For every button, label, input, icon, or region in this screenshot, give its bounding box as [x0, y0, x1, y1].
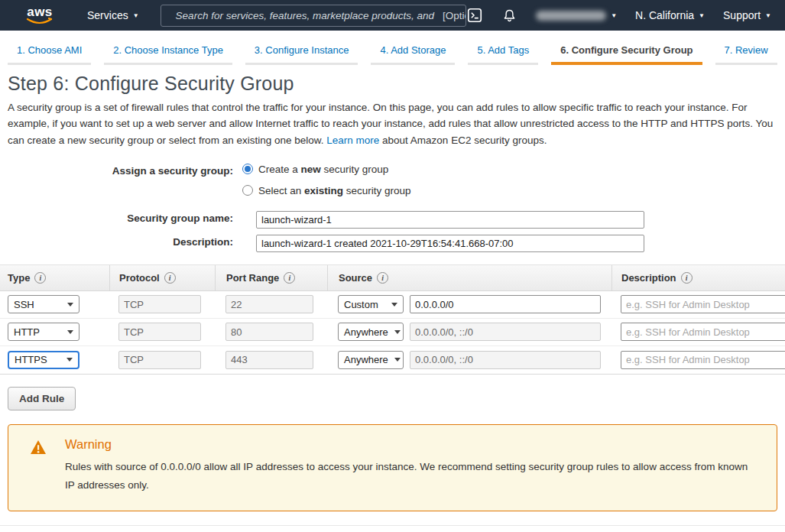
tab-add-storage[interactable]: 4. Add Storage	[371, 41, 455, 65]
security-group-description-input[interactable]	[256, 235, 644, 252]
tab-configure-security-group[interactable]: 6. Configure Security Group	[551, 41, 702, 65]
aws-logo-text: aws	[27, 6, 53, 18]
type-select[interactable]: HTTPS	[8, 351, 79, 369]
table-row: HTTPS Anywhere	[0, 346, 785, 374]
port-range-input	[225, 351, 313, 369]
support-label: Support	[723, 9, 761, 21]
services-label: Services	[87, 9, 128, 21]
chevron-down-icon	[391, 303, 397, 307]
source-type-select[interactable]: Anywhere	[338, 323, 404, 341]
table-row: SSH Custom	[0, 291, 785, 319]
source-cidr-input[interactable]	[410, 295, 601, 313]
description-text-2: about Amazon EC2 security groups.	[382, 135, 547, 146]
account-name-redacted	[536, 11, 606, 21]
search-placeholder: Search for services, features, marketpla…	[176, 10, 434, 21]
region-menu[interactable]: N. California ▼	[635, 9, 705, 21]
rule-description-input[interactable]	[621, 295, 785, 313]
learn-more-link[interactable]: Learn more	[326, 135, 379, 146]
source-type-select[interactable]: Custom	[338, 295, 404, 313]
info-icon[interactable]: i	[34, 272, 46, 284]
aws-logo[interactable]: aws	[26, 6, 54, 25]
type-select[interactable]: HTTP	[8, 323, 79, 341]
aws-smile-icon	[26, 18, 54, 25]
chevron-down-icon	[394, 358, 401, 362]
bell-icon	[501, 8, 517, 24]
tab-choose-instance-type[interactable]: 2. Choose Instance Type	[104, 41, 232, 65]
type-column-header: Typei	[0, 265, 109, 290]
table-header: Typei Protocoli Port Rangei Sourcei Desc…	[0, 264, 785, 291]
tab-add-tags[interactable]: 5. Add Tags	[468, 41, 538, 65]
chevron-down-icon	[394, 330, 401, 334]
top-navbar: aws Services ▼ Search for services, feat…	[0, 0, 785, 31]
source-cidr-input	[410, 351, 601, 369]
tab-choose-ami[interactable]: 1. Choose AMI	[8, 41, 91, 65]
tab-configure-instance[interactable]: 3. Configure Instance	[245, 41, 358, 65]
radio-create-new-security-group[interactable]: Create a new security group	[242, 164, 411, 175]
protocol-input	[118, 295, 201, 313]
chevron-down-icon: ▼	[699, 13, 705, 19]
radio-existing-label: Select an existing security group	[258, 185, 411, 196]
security-group-name-input[interactable]	[256, 211, 644, 229]
source-column-header: Sourcei	[327, 265, 611, 290]
warning-title: Warning	[65, 437, 753, 452]
port-range-column-header: Port Rangei	[215, 265, 327, 290]
info-icon[interactable]: i	[284, 272, 295, 284]
account-menu[interactable]: ▼	[536, 11, 617, 21]
warning-banner: Warning Rules with source of 0.0.0.0/0 a…	[8, 424, 777, 511]
chevron-down-icon	[67, 330, 73, 334]
radio-new-label: Create a new security group	[258, 164, 388, 175]
footer-actions: Cancel Previous Review and Launch	[0, 525, 785, 532]
chevron-down-icon	[67, 303, 73, 307]
port-range-input	[225, 323, 313, 341]
security-rules-table: Typei Protocoli Port Rangei Sourcei Desc…	[0, 264, 785, 375]
info-icon[interactable]: i	[681, 272, 693, 284]
chevron-down-icon: ▼	[133, 13, 139, 19]
services-menu[interactable]: Services ▼	[87, 9, 139, 21]
rule-description-input[interactable]	[621, 351, 785, 369]
security-group-name-label: Security group name:	[8, 211, 233, 224]
protocol-column-header: Protocoli	[109, 265, 215, 290]
info-icon[interactable]: i	[164, 272, 176, 284]
description-column-header: Descriptioni	[611, 265, 785, 290]
info-icon[interactable]: i	[377, 272, 388, 284]
tab-review[interactable]: 7. Review	[715, 41, 777, 65]
chevron-down-icon	[66, 358, 73, 362]
page-description: A security group is a set of firewall ru…	[8, 99, 777, 148]
region-label: N. California	[635, 9, 694, 21]
warning-message: Rules with source of 0.0.0.0/0 allow all…	[65, 458, 753, 495]
cloudshell-terminal-icon	[466, 7, 483, 24]
table-row: HTTP Anywhere	[0, 319, 785, 346]
radio-button-unselected[interactable]	[242, 185, 253, 196]
support-menu[interactable]: Support ▼	[723, 9, 771, 21]
search-input[interactable]: Search for services, features, marketpla…	[161, 5, 467, 27]
add-rule-button[interactable]: Add Rule	[8, 387, 76, 410]
cloudshell-button[interactable]	[466, 7, 483, 24]
chevron-down-icon: ▼	[611, 13, 617, 19]
radio-button-selected[interactable]	[242, 164, 253, 174]
protocol-input	[118, 351, 201, 369]
notifications-button[interactable]	[501, 8, 517, 24]
warning-triangle-icon	[30, 440, 47, 495]
assign-security-group-label: Assign a security group:	[8, 164, 233, 177]
source-cidr-input	[410, 323, 601, 341]
rule-description-input[interactable]	[621, 323, 785, 341]
port-range-input	[225, 295, 313, 313]
description-label: Description:	[8, 235, 233, 248]
wizard-steps: 1. Choose AMI 2. Choose Instance Type 3.…	[0, 41, 785, 65]
type-select[interactable]: SSH	[8, 295, 79, 313]
search-shortcut: [Option+S]	[443, 10, 466, 21]
page-title: Step 6: Configure Security Group	[8, 73, 777, 95]
chevron-down-icon: ▼	[765, 13, 771, 19]
source-type-select[interactable]: Anywhere	[338, 351, 404, 369]
protocol-input	[118, 323, 201, 341]
radio-select-existing-security-group[interactable]: Select an existing security group	[242, 185, 411, 196]
